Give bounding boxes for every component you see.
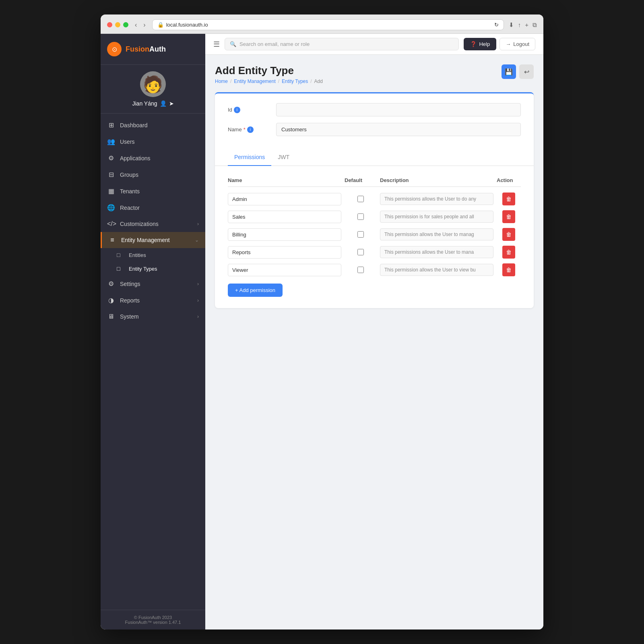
delete-admin-button[interactable]: 🗑 (502, 193, 515, 205)
user-location-icon[interactable]: ➤ (169, 100, 174, 107)
brand-name: FusionAuth (126, 45, 166, 54)
browser-nav: ‹ › (133, 20, 147, 30)
perm-name-billing[interactable] (228, 228, 341, 241)
perm-default-checkbox-reports[interactable] (357, 249, 364, 255)
sidebar-item-dashboard[interactable]: ⊞ Dashboard (101, 117, 205, 133)
help-button[interactable]: ❓ Help (464, 38, 496, 50)
name-input[interactable] (276, 123, 521, 136)
menu-toggle-icon[interactable]: ☰ (213, 40, 220, 49)
breadcrumb-entity-management[interactable]: Entity Management (234, 79, 275, 84)
perm-action-billing: 🗑 (497, 228, 521, 241)
new-tab-icon[interactable]: + (525, 21, 528, 29)
permission-row-sales: This permission is for sales people and … (228, 208, 521, 226)
share-icon[interactable]: ↑ (518, 21, 521, 29)
applications-icon: ⚙ (107, 154, 115, 162)
delete-reports-button[interactable]: 🗑 (502, 246, 515, 259)
sidebar-subitem-entity-types[interactable]: □ Entity Types (101, 262, 205, 275)
name-info-icon[interactable]: i (247, 126, 254, 133)
sidebar-item-users[interactable]: 👥 Users (101, 133, 205, 150)
perm-name-admin[interactable] (228, 193, 341, 205)
perm-default-sales (345, 213, 377, 220)
delete-billing-button[interactable]: 🗑 (502, 228, 515, 241)
id-label: Id i (228, 107, 276, 113)
save-button[interactable]: 💾 (502, 64, 516, 79)
system-chevron-icon: › (197, 314, 199, 319)
tabs-icon[interactable]: ⧉ (533, 21, 537, 29)
sidebar-item-entity-management[interactable]: ≡ Entity Management ⌄ (101, 232, 205, 248)
user-name-display: Jian Yáng 👤 ➤ (132, 100, 173, 107)
perm-default-checkbox-sales[interactable] (357, 213, 364, 220)
entities-icon: □ (117, 252, 124, 258)
permissions-section: Name Default Description Action This per… (215, 166, 534, 308)
perm-default-checkbox-viewer[interactable] (357, 267, 364, 273)
maximize-button[interactable] (123, 22, 128, 27)
minimize-button[interactable] (115, 22, 120, 27)
sidebar-item-system[interactable]: 🖥 System › (101, 309, 205, 325)
add-permission-button[interactable]: + Add permission (228, 284, 283, 297)
perm-desc-sales: This permission is for sales people and … (380, 211, 493, 223)
avatar: 🧑 (140, 71, 166, 97)
entity-types-icon: □ (117, 265, 124, 272)
customizations-chevron-icon: › (197, 221, 199, 227)
name-label: Name * i (228, 126, 276, 133)
back-button[interactable]: ‹ (133, 20, 138, 30)
download-icon[interactable]: ⬇ (509, 21, 514, 29)
perm-default-checkbox-admin[interactable] (357, 196, 364, 202)
browser-actions: ⬇ ↑ + ⧉ (509, 21, 537, 29)
sidebar-item-customizations[interactable]: </> Customizations › (101, 216, 205, 232)
address-bar[interactable]: 🔒 local.fusionauth.io ↻ (152, 19, 504, 30)
logout-button[interactable]: → Logout (500, 38, 535, 50)
sidebar-nav: ⊞ Dashboard 👥 Users ⚙ Applications ⊟ Gro… (101, 114, 205, 610)
entity-management-icon: ≡ (108, 236, 116, 244)
sidebar-item-applications[interactable]: ⚙ Applications (101, 150, 205, 166)
breadcrumb-entity-types[interactable]: Entity Types (282, 79, 308, 84)
breadcrumb-home[interactable]: Home (215, 79, 228, 84)
perm-action-reports: 🗑 (497, 246, 521, 259)
perm-desc-viewer: This permission allows the User to view … (380, 264, 493, 276)
name-field-row: Name * i (228, 123, 521, 136)
refresh-icon[interactable]: ↻ (494, 22, 499, 28)
perm-name-viewer[interactable] (228, 264, 341, 276)
perm-name-reports[interactable] (228, 246, 341, 259)
sidebar-item-settings[interactable]: ⚙ Settings › (101, 275, 205, 292)
perm-action-sales: 🗑 (497, 210, 521, 223)
sidebar-subitem-entities[interactable]: □ Entities (101, 248, 205, 262)
page-header-left: Add Entity Type Home / Entity Management… (215, 64, 323, 84)
tabs: Permissions JWT (215, 149, 534, 166)
entity-management-chevron-icon: ⌄ (195, 237, 199, 243)
sidebar-brand: ⊙ FusionAuth (101, 34, 205, 65)
sidebar-item-reactor[interactable]: 🌐 Reactor (101, 199, 205, 216)
back-nav-button[interactable]: ↩ (519, 64, 534, 79)
sidebar-item-groups[interactable]: ⊟ Groups (101, 166, 205, 183)
col-header-default: Default (345, 177, 377, 183)
perm-action-admin: 🗑 (497, 193, 521, 205)
perm-default-billing (345, 231, 377, 238)
groups-icon: ⊟ (107, 171, 115, 178)
close-button[interactable] (107, 22, 112, 27)
tenants-icon: ▦ (107, 187, 115, 195)
delete-viewer-button[interactable]: 🗑 (502, 263, 515, 276)
col-header-name: Name (228, 177, 341, 183)
traffic-lights (107, 22, 128, 27)
delete-sales-button[interactable]: 🗑 (502, 210, 515, 223)
col-header-action: Action (497, 177, 521, 183)
forward-button[interactable]: › (142, 20, 147, 30)
perm-default-checkbox-billing[interactable] (357, 231, 364, 238)
perm-name-sales[interactable] (228, 211, 341, 223)
id-info-icon[interactable]: i (234, 107, 240, 113)
search-box[interactable]: 🔍 Search on email, name or role (225, 38, 459, 50)
tab-permissions[interactable]: Permissions (228, 149, 271, 166)
dashboard-icon: ⊞ (107, 121, 115, 129)
permissions-table-header: Name Default Description Action (228, 174, 521, 187)
topbar: ☰ 🔍 Search on email, name or role ❓ Help… (205, 34, 543, 55)
users-icon: 👥 (107, 138, 115, 145)
id-input[interactable] (276, 103, 521, 116)
sidebar-item-tenants[interactable]: ▦ Tenants (101, 183, 205, 199)
user-card-icon[interactable]: 👤 (160, 100, 167, 107)
perm-desc-billing: This permission allows the User to manag (380, 228, 493, 240)
perm-default-admin (345, 196, 377, 202)
customizations-icon: </> (107, 220, 115, 228)
tab-jwt[interactable]: JWT (271, 149, 296, 166)
sidebar-item-reports[interactable]: ◑ Reports › (101, 292, 205, 309)
perm-desc-admin: This permissions allows the User to do a… (380, 193, 493, 205)
